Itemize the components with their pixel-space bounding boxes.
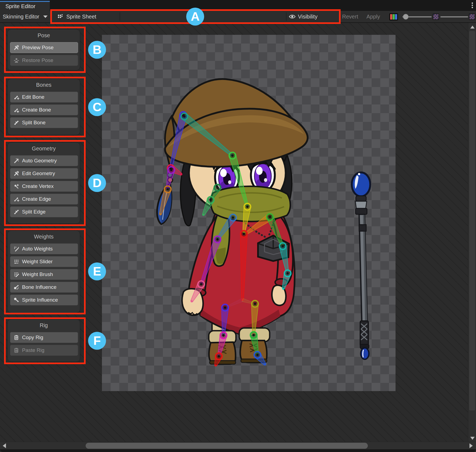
tab-bar: Sprite Editor [0,0,476,11]
tool-button-label: Auto Geometry [22,158,57,164]
panel-pose: Pose Preview PoseRestore Pose [7,29,80,70]
tool-button-auto-weights[interactable]: Auto Weights [10,243,78,254]
tool-button-split-bone[interactable]: Split Bone [10,117,78,128]
tool-button-label: Weight Slider [22,259,53,265]
tab-active-accent [0,1,50,2]
tool-button-label: Create Vertex [22,183,54,189]
scroll-up-icon[interactable] [470,26,475,29]
sprite-sheet-icon [57,13,64,20]
tool-button-edit-bone[interactable]: Edit Bone [10,92,78,103]
bone-hand-r[interactable] [282,270,291,290]
panel-bones: Bones Edit BoneCreate BoneSplit Bone [7,79,80,135]
scroll-left-icon[interactable] [3,443,6,448]
panel-title: Bones [8,82,80,88]
rgb-channels-icon[interactable] [389,13,398,20]
tool-button-label: Weight Brush [22,271,53,277]
tab-title: Sprite Editor [5,3,35,10]
tool-button-label: Create Edge [22,196,51,202]
panel-weights: Weights Auto WeightsWeight SliderWeight … [7,230,80,313]
bone-head[interactable] [229,152,248,208]
tab-sprite-editor[interactable]: Sprite Editor [0,1,50,11]
tool-button-weight-slider[interactable]: Weight Slider [10,256,78,267]
brightness-texture-icon [469,14,475,20]
horizontal-scrollbar[interactable] [0,442,476,449]
tool-button-label: Copy Rig [22,335,43,340]
tools-icon [13,170,20,177]
tool-button-split-edge[interactable]: Split Edge [10,206,78,217]
tool-button-label: Edit Bone [22,94,44,100]
bone-split-icon [13,119,20,126]
tool-button-label: Split Bone [22,120,46,126]
bone-arm-l-lower[interactable] [200,236,221,285]
vertex-add-icon [13,183,20,190]
bone-foot-r[interactable] [254,352,266,366]
tool-button-create-bone[interactable]: Create Bone [10,104,78,115]
alpha-slider-knob[interactable] [403,14,409,20]
bone-add-icon [13,107,20,113]
tool-button-label: Restore Pose [22,57,53,63]
tool-button-paste-rig: Paste Rig [10,345,78,356]
panel-title: Geometry [8,145,80,152]
panel-title: Weights [8,234,80,240]
visibility-button[interactable]: Visibility [289,11,329,22]
paste-icon [13,347,20,354]
bone-feather[interactable] [159,186,171,215]
sprite-editor-window: Sprite Editor Skinning Editor Sprite She… [0,0,476,452]
tool-button-label: Create Bone [22,107,51,113]
bone-foot-l[interactable] [214,353,222,367]
visibility-label: Visibility [298,14,318,20]
scroll-down-icon[interactable] [470,437,475,440]
eye-icon [289,13,296,20]
mode-dropdown[interactable]: Skinning Editor [0,11,50,22]
panel-rig: Rig Copy RigPaste Rig [7,319,80,362]
bone-influence-icon [13,284,20,290]
bones-overlay[interactable] [102,35,396,391]
tool-button-label: Sprite Influence [22,297,58,303]
dots-brush-icon [13,271,20,278]
bone-edit-icon [13,94,20,100]
tool-button-create-vertex[interactable]: Create Vertex [10,181,78,192]
horizontal-scrollbar-thumb[interactable] [86,443,368,449]
brightness-slider-track[interactable] [440,16,468,17]
tool-button-restore-pose: Restore Pose [10,55,78,66]
bone-hand-l[interactable] [191,281,204,302]
tool-button-label: Auto Weights [22,246,53,252]
work-area: Pose Preview PoseRestore Pose Bones Edit… [0,23,476,452]
revert-button: Revert [339,11,361,22]
panel-title: Rig [8,322,80,329]
tool-button-label: Paste Rig [22,347,44,353]
tool-button-bone-influence[interactable]: Bone Influence [10,282,78,293]
tool-button-label: Bone Influence [22,284,57,290]
panel-title: Pose [8,32,80,39]
sprite-sheet-button[interactable]: Sprite Sheet [54,11,119,22]
tool-button-weight-brush[interactable]: Weight Brush [10,269,78,280]
alpha-texture-icon [433,14,439,20]
tool-button-copy-rig[interactable]: Copy Rig [10,332,78,343]
sprite-canvas[interactable] [102,35,396,391]
vertical-scrollbar-thumb[interactable] [469,31,475,410]
person-icon [13,57,20,64]
bone-hat-mid[interactable] [181,113,234,157]
apply-button: Apply [363,11,384,22]
vertical-scrollbar[interactable] [468,23,476,442]
scroll-right-icon[interactable] [469,443,473,448]
bone-spine[interactable] [240,231,247,301]
bone-leg-r-upper[interactable] [251,301,259,336]
sprite-influence-icon [13,297,20,303]
tool-button-sprite-influence[interactable]: Sprite Influence [10,295,78,305]
tool-button-create-edge[interactable]: Create Edge [10,194,78,205]
tool-button-preview-pose[interactable]: Preview Pose [10,42,78,53]
wand-icon [13,157,20,164]
bone-arm-r-upper[interactable] [267,214,284,247]
tool-button-label: Preview Pose [22,45,54,51]
tool-button-auto-geometry[interactable]: Auto Geometry [10,155,78,166]
tool-button-edit-geometry[interactable]: Edit Geometry [10,168,78,179]
edge-split-icon [13,209,20,215]
mode-dropdown-label: Skinning Editor [3,14,39,20]
chevron-down-icon [43,16,48,18]
edge-add-icon [13,196,20,202]
tool-button-label: Edit Geometry [22,171,55,177]
bone-hair-lower[interactable] [202,197,214,216]
window-menu-icon[interactable] [471,2,473,9]
copy-icon [13,334,20,341]
